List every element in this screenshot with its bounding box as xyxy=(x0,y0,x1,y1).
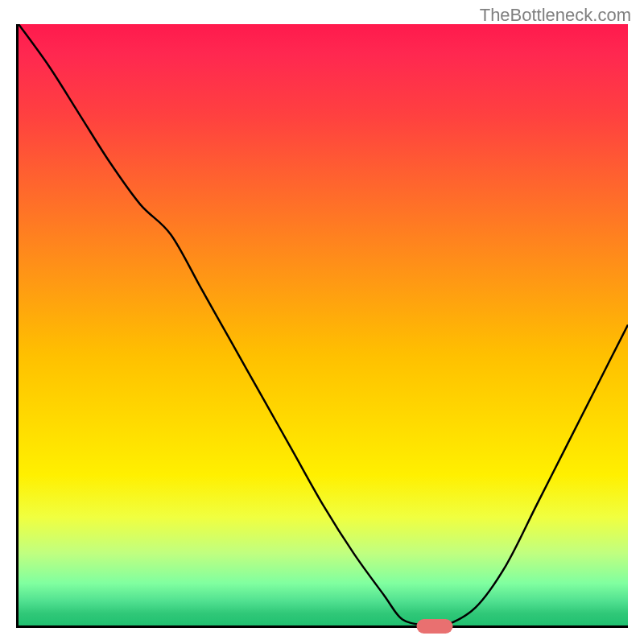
chart-container: TheBottleneck.com xyxy=(0,0,644,644)
optimal-marker xyxy=(416,619,452,634)
plot-area xyxy=(16,24,628,628)
watermark-text: TheBottleneck.com xyxy=(480,5,631,26)
bottleneck-curve xyxy=(19,24,628,625)
